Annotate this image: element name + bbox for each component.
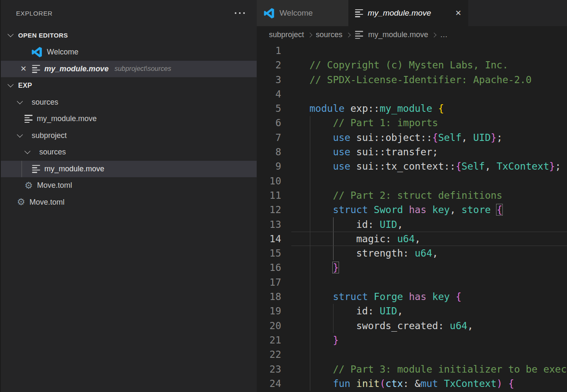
line-number[interactable]: 11	[257, 188, 281, 203]
line-number[interactable]: 14	[257, 232, 281, 246]
code-token	[502, 378, 508, 389]
code-line[interactable]: 24 fun init(ctx: &mut TxContext) {	[257, 376, 567, 391]
close-icon[interactable]: ✕	[455, 9, 461, 17]
more-actions-icon[interactable]	[235, 12, 245, 14]
line-number[interactable]: 15	[257, 246, 281, 260]
code-line[interactable]: 14 magic: u64,	[257, 232, 567, 246]
line-number[interactable]: 17	[257, 275, 281, 289]
line-number[interactable]: 21	[257, 333, 281, 347]
code-line[interactable]: 4	[257, 87, 567, 101]
code-line[interactable]: 2// Copyright (c) Mysten Labs, Inc.	[257, 58, 567, 72]
code-token: key	[432, 291, 450, 302]
breadcrumb-item[interactable]: sources	[316, 30, 342, 39]
line-number[interactable]: 9	[257, 159, 281, 173]
code-line[interactable]: 17	[257, 275, 567, 289]
code-line[interactable]: 1	[257, 43, 567, 58]
tab-my-module-move[interactable]: my_module.move✕	[348, 0, 468, 26]
code-token: ,	[450, 204, 461, 215]
line-number[interactable]: 24	[257, 376, 281, 391]
line-number[interactable]: 8	[257, 145, 281, 159]
chevron-right-icon	[346, 32, 350, 37]
code-line[interactable]: 20 swords_created: u64,	[257, 319, 567, 333]
code-token	[403, 291, 409, 302]
line-number[interactable]: 22	[257, 347, 281, 362]
gear-icon: ⚙	[17, 197, 25, 207]
breadcrumb-item[interactable]: subproject	[269, 30, 304, 39]
tree-item-move-toml[interactable]: ⚙Move.toml	[1, 177, 257, 194]
tree-folder-sources[interactable]: sources	[1, 144, 257, 161]
tree-folder-sources[interactable]: sources	[1, 94, 257, 111]
breadcrumb-item[interactable]: my_module.move	[368, 30, 428, 39]
code-token: {	[508, 378, 514, 389]
file-lines-icon	[32, 65, 40, 73]
code-line[interactable]: 23 // Part 3: module initializer to be e…	[257, 362, 567, 376]
code-line[interactable]: 6 // Part 1: imports	[257, 116, 567, 130]
open-editor-label: Welcome	[47, 48, 79, 57]
code-line[interactable]: 13 id: UID,	[257, 217, 567, 232]
line-number[interactable]: 16	[257, 260, 281, 275]
line-number[interactable]: 13	[257, 217, 281, 232]
workspace-section-header[interactable]: EXP	[1, 77, 257, 94]
code-line[interactable]: 7 use sui::object::{Self, UID};	[257, 130, 567, 145]
code-token	[438, 378, 444, 389]
tree-item-my-module-move[interactable]: my_module.move	[1, 111, 257, 127]
code-line[interactable]: 10	[257, 174, 567, 188]
code-line[interactable]: 11 // Part 2: struct definitions	[257, 188, 567, 203]
code-line[interactable]: 16 }	[257, 260, 567, 275]
code-token: ,	[397, 219, 403, 230]
open-editor-item[interactable]: ✕my_module.movesubproject\sources	[1, 61, 257, 78]
code-token	[309, 161, 333, 172]
code-token: sui::tx_context::	[350, 161, 456, 172]
vscode-window: { "colors": { "sidebar_bg": "#252526", "…	[0, 0, 567, 392]
code-token: // Copyright (c) Mysten Labs, Inc.	[309, 59, 508, 70]
code-token: Sword	[374, 204, 403, 215]
vscode-logo-icon	[263, 8, 275, 19]
code-line[interactable]: 21 }	[257, 333, 567, 347]
tree-item-move-toml[interactable]: ⚙Move.toml	[1, 194, 257, 211]
code-token: {	[432, 132, 438, 143]
line-number[interactable]: 5	[257, 101, 281, 116]
code-token: u64	[415, 248, 432, 259]
code-line[interactable]: 12 struct Sword has key, store {	[257, 203, 567, 217]
chevron-right-icon	[431, 32, 436, 37]
code-editor[interactable]: 12// Copyright (c) Mysten Labs, Inc.3// …	[257, 43, 567, 392]
code-line[interactable]: 19 id: UID,	[257, 304, 567, 318]
code-line[interactable]: 18 struct Forge has key {	[257, 289, 567, 304]
breadcrumb-item[interactable]: …	[440, 30, 448, 39]
line-number[interactable]: 2	[257, 58, 281, 72]
line-number[interactable]: 6	[257, 116, 281, 130]
tree-indent-guide	[22, 161, 22, 178]
code-line[interactable]: 8 use sui::transfer;	[257, 145, 567, 159]
line-number[interactable]: 12	[257, 203, 281, 217]
line-number[interactable]: 19	[257, 304, 281, 318]
tree-item-label: subproject	[32, 131, 67, 140]
line-number[interactable]: 23	[257, 362, 281, 376]
code-token: store	[461, 204, 491, 215]
open-editor-item[interactable]: Welcome	[1, 44, 257, 61]
code-line[interactable]: 22	[257, 347, 567, 362]
code-lines: 12// Copyright (c) Mysten Labs, Inc.3// …	[257, 43, 567, 391]
code-line[interactable]: 15 strength: u64,	[257, 246, 567, 260]
tree-folder-subproject[interactable]: subproject	[1, 127, 257, 144]
line-number[interactable]: 18	[257, 289, 281, 304]
close-icon[interactable]: ✕	[20, 65, 27, 73]
open-editors-section-header[interactable]: OPEN EDITORS	[1, 26, 257, 44]
tab-welcome[interactable]: Welcome	[257, 0, 348, 26]
line-content: module exp::my_module {	[309, 101, 444, 116]
line-number[interactable]: 4	[257, 87, 281, 101]
line-number[interactable]: 10	[257, 174, 281, 188]
code-line[interactable]: 5module exp::my_module {	[257, 101, 567, 116]
line-number[interactable]: 7	[257, 130, 281, 145]
code-line[interactable]: 3// SPDX-License-Identifier: Apache-2.0	[257, 73, 567, 87]
tree-item-my-module-move[interactable]: my_module.move	[1, 161, 257, 178]
line-number[interactable]: 20	[257, 319, 281, 333]
code-token	[309, 132, 333, 143]
code-token	[491, 204, 496, 215]
line-number[interactable]: 1	[257, 43, 281, 58]
code-line[interactable]: 9 use sui::tx_context::{Self, TxContext}…	[257, 159, 567, 173]
code-token: Self	[438, 132, 461, 143]
code-token: u64	[397, 233, 415, 244]
code-token	[309, 204, 333, 215]
line-number[interactable]: 3	[257, 73, 281, 87]
code-token: module	[309, 103, 345, 114]
